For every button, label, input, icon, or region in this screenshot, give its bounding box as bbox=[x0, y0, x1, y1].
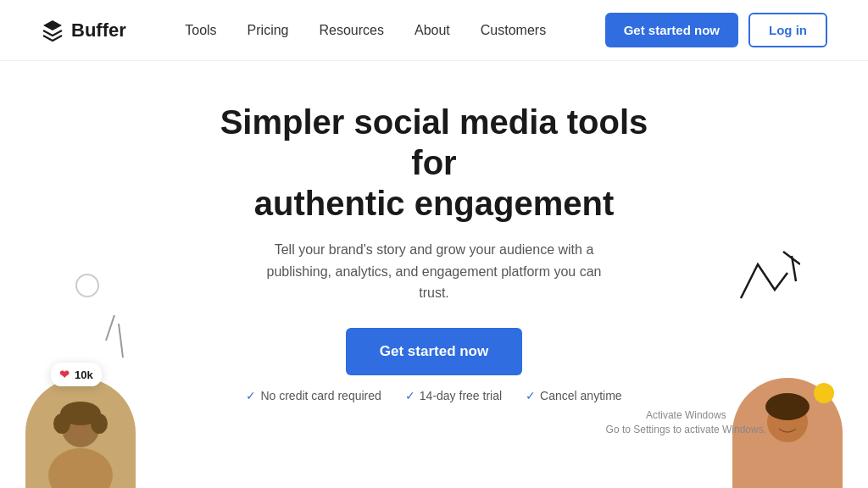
nav-item-resources[interactable]: Resources bbox=[320, 23, 384, 38]
decorative-star-right bbox=[732, 247, 800, 319]
heart-icon: ❤ bbox=[59, 368, 70, 381]
nav-item-about[interactable]: About bbox=[415, 23, 450, 38]
svg-line-9 bbox=[783, 252, 800, 264]
nav-login-button[interactable]: Log in bbox=[748, 13, 827, 47]
check-icon-2: ✓ bbox=[405, 389, 415, 402]
nav-actions: Get started now Log in bbox=[605, 13, 827, 47]
nav-item-pricing[interactable]: Pricing bbox=[248, 23, 289, 38]
svg-point-12 bbox=[765, 393, 810, 420]
trust-cancel: ✓ Cancel anytime bbox=[526, 389, 622, 402]
svg-point-7 bbox=[91, 413, 108, 434]
buffer-logo-icon bbox=[41, 19, 64, 42]
hero-subtitle: Tell your brand's story and grow your au… bbox=[256, 239, 612, 304]
hero-get-started-button[interactable]: Get started now bbox=[346, 328, 522, 375]
person-left-avatar bbox=[25, 378, 136, 488]
svg-line-2 bbox=[119, 324, 123, 358]
logo[interactable]: Buffer bbox=[41, 19, 126, 42]
hero-trust-badges: ✓ No credit card required ✓ 14-day free … bbox=[246, 389, 621, 402]
trust-free-trial: ✓ 14-day free trial bbox=[405, 389, 502, 402]
nav-item-tools[interactable]: Tools bbox=[185, 23, 216, 38]
svg-point-11 bbox=[752, 442, 823, 488]
check-icon-3: ✓ bbox=[526, 389, 536, 402]
svg-line-1 bbox=[106, 315, 114, 341]
nav-links: Tools Pricing Resources About Customers bbox=[185, 23, 546, 38]
svg-point-6 bbox=[53, 413, 70, 434]
notification-bubble: ❤ 10k bbox=[51, 363, 102, 386]
nav-item-customers[interactable]: Customers bbox=[481, 23, 546, 38]
decorative-yellow-dot bbox=[814, 383, 834, 403]
svg-point-4 bbox=[48, 448, 113, 488]
nav-get-started-button[interactable]: Get started now bbox=[605, 13, 738, 47]
decorative-lines-left bbox=[97, 315, 131, 369]
check-icon-1: ✓ bbox=[246, 389, 256, 402]
hero-title: Simpler social media tools for authentic… bbox=[197, 102, 671, 224]
svg-point-0 bbox=[76, 274, 98, 297]
logo-text: Buffer bbox=[71, 19, 126, 42]
notification-count: 10k bbox=[75, 369, 93, 381]
windows-watermark: Activate Windows Go to Settings to activ… bbox=[606, 408, 766, 437]
trust-no-card: ✓ No credit card required bbox=[246, 389, 381, 402]
decorative-circle bbox=[75, 273, 100, 302]
navbar: Buffer Tools Pricing Resources About Cus… bbox=[0, 0, 868, 61]
